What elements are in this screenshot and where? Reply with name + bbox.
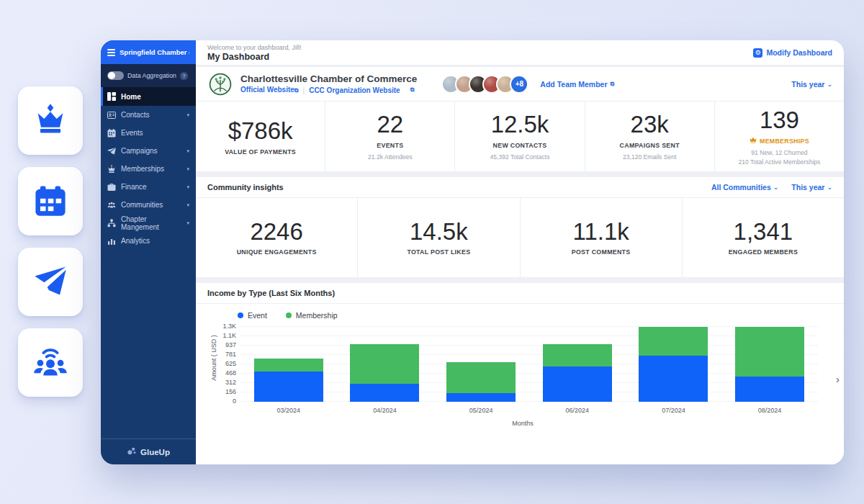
y-axis-ticks: 01563124686257819371.1K1.3K xyxy=(219,327,240,402)
sidebar-item-analytics[interactable]: Analytics xyxy=(101,232,196,250)
chevron-down-icon: ▾ xyxy=(186,148,189,154)
shortcut-events[interactable] xyxy=(18,167,83,235)
x-tick-label: 04/2024 xyxy=(350,407,419,414)
top-bar: Welcome to your dashboard, Jill! My Dash… xyxy=(196,40,844,65)
sidebar-item-home[interactable]: Home xyxy=(101,87,196,106)
send-icon xyxy=(32,262,69,302)
org-name: Charlottesville Chamber of Commerce xyxy=(240,73,417,84)
sidebar-item-events[interactable]: Events xyxy=(101,124,196,142)
org-logo xyxy=(207,71,233,97)
y-tick-label: 625 xyxy=(225,360,236,367)
shortcut-communities[interactable] xyxy=(18,328,83,397)
bar-08-2024 xyxy=(735,327,804,402)
x-tick-label: 06/2024 xyxy=(543,407,612,414)
kpi-value: $786k xyxy=(228,119,293,144)
help-icon[interactable]: ? xyxy=(180,72,188,80)
app-window: Springfield Chamber of... Data Aggregati… xyxy=(101,40,844,464)
sidebar-item-communities[interactable]: Communities▾ xyxy=(101,196,196,214)
bar-06-2024 xyxy=(543,344,612,402)
page-title: My Dashboard xyxy=(207,52,301,62)
community-stats-row: 2246UNIQUE ENGAGEMENTS14.5kTOTAL POST LI… xyxy=(196,197,844,277)
community-broadcast-icon xyxy=(32,343,69,383)
kpi-value: 12.5k xyxy=(491,112,549,138)
bar-07-2024 xyxy=(639,327,708,402)
all-communities-dropdown[interactable]: All Communities⌄ xyxy=(711,183,778,192)
income-chart-title: Income by Type (Last Six Months) xyxy=(207,289,335,297)
bar-segment-membership xyxy=(735,327,804,377)
bar-segment-membership xyxy=(543,344,612,366)
sidebar-item-campaigns[interactable]: Campaigns▾ xyxy=(101,142,196,160)
y-tick-label: 937 xyxy=(225,341,236,348)
community-stat-value: 11.1k xyxy=(572,220,629,245)
bar-segment-event xyxy=(446,393,516,402)
kpi-label: MEMBERSHIPS xyxy=(750,137,809,145)
legend-item-membership[interactable]: Membership xyxy=(286,311,338,320)
chevron-down-icon: ▾ xyxy=(186,184,189,190)
x-axis-labels: 03/202404/202405/202406/202407/202408/20… xyxy=(240,407,818,414)
y-tick-label: 0 xyxy=(233,397,236,405)
bar-segment-event xyxy=(254,372,323,402)
chevron-down-icon: ⌄ xyxy=(773,184,779,191)
y-axis-label: Amount ( USD ) xyxy=(210,325,217,390)
modify-dashboard-button[interactable]: ⚙ Modify Dashboard xyxy=(753,48,832,58)
sidebar-footer: GlueUp xyxy=(101,438,196,464)
community-period-dropdown[interactable]: This year⌄ xyxy=(791,183,832,192)
sidebar-item-memberships[interactable]: Memberships▾ xyxy=(101,160,196,178)
legend-dot xyxy=(238,312,243,318)
crown-icon xyxy=(750,137,757,145)
bar-segment-membership xyxy=(639,327,708,356)
sidebar-item-label: Memberships xyxy=(121,165,164,173)
sidebar-item-label: Analytics xyxy=(121,237,150,245)
kpi-events: 22EVENTS21.2k Attendees xyxy=(325,102,454,171)
external-link-icon: ⧉ xyxy=(294,87,299,94)
sidebar-item-chapter-mangement[interactable]: Chapter Mangement▾ xyxy=(101,214,196,232)
period-dropdown[interactable]: This year⌄ xyxy=(791,80,832,89)
sidebar-menu: HomeContacts▾EventsCampaigns▾Memberships… xyxy=(101,87,196,250)
kpi-label: VALUE OF PAYMENTS xyxy=(225,148,296,156)
community-stat-unique-engagements: 2246UNIQUE ENGAGEMENTS xyxy=(196,198,357,277)
home-icon xyxy=(107,92,116,101)
sidebar-org-name: Springfield Chamber of... xyxy=(120,48,189,56)
shortcut-campaigns[interactable] xyxy=(18,248,83,316)
finance-icon xyxy=(107,183,116,192)
chevron-down-icon: ▾ xyxy=(186,202,189,208)
community-stat-post-comments: 11.1kPOST COMMENTS xyxy=(520,198,682,277)
community-stat-label: UNIQUE ENGAGEMENTS xyxy=(237,248,317,256)
bar-05-2024 xyxy=(446,362,516,402)
data-aggregation-label: Data Aggregation xyxy=(127,72,176,79)
chevron-down-icon: ⌄ xyxy=(827,81,832,88)
add-team-member-link[interactable]: Add Team Member⧉ xyxy=(540,80,614,89)
memberships-icon xyxy=(107,165,116,174)
contacts-icon xyxy=(107,111,116,120)
chart-next-button[interactable]: › xyxy=(836,373,840,385)
shortcut-memberships[interactable] xyxy=(18,86,83,155)
ccc-org-website-link[interactable]: CCC Organization Website xyxy=(309,86,400,94)
avatar-overflow-badge[interactable]: +8 xyxy=(510,75,528,94)
team-avatar-stack[interactable]: +8 xyxy=(441,75,528,94)
events-icon xyxy=(107,129,116,138)
sidebar-item-label: Communities xyxy=(121,201,163,209)
gear-icon: ⚙ xyxy=(753,48,762,58)
sidebar-item-label: Campaigns xyxy=(121,147,158,155)
chevron-down-icon: ⌄ xyxy=(827,184,832,191)
sidebar-item-finance[interactable]: Finance▾ xyxy=(101,178,196,196)
y-tick-label: 1.3K xyxy=(222,323,236,330)
x-axis-title: Months xyxy=(209,420,837,427)
bar-segment-event xyxy=(350,384,419,402)
bar-04-2024 xyxy=(350,344,419,402)
official-website-link[interactable]: Official Website⧉ xyxy=(240,86,299,94)
income-chart: EventMembership Amount ( USD ) 015631246… xyxy=(196,303,844,464)
kpi-value: 22 xyxy=(377,112,403,138)
legend-item-event[interactable]: Event xyxy=(238,311,267,320)
y-tick-label: 312 xyxy=(225,379,236,386)
community-insights-title: Community insights xyxy=(207,183,284,192)
community-stat-engaged-members: 1,341ENGAGED MEMBERS xyxy=(682,198,844,277)
sidebar-item-contacts[interactable]: Contacts▾ xyxy=(101,106,196,124)
crown-icon xyxy=(32,101,69,141)
kpi-memberships: 139MEMBERSHIPS91 New, 12 Churned210 Tota… xyxy=(714,102,844,171)
org-row: Charlottesville Chamber of Commerce Offi… xyxy=(196,66,844,101)
hamburger-icon[interactable] xyxy=(107,49,115,56)
x-tick-label: 03/2024 xyxy=(254,407,323,414)
data-aggregation-toggle[interactable] xyxy=(107,71,124,80)
sidebar-org-header[interactable]: Springfield Chamber of... xyxy=(101,40,196,64)
